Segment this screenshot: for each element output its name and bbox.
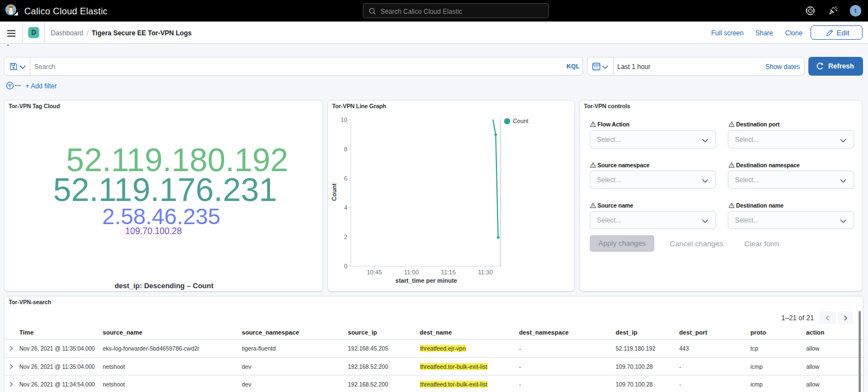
svg-text:10: 10	[341, 116, 347, 123]
svg-text:4: 4	[344, 204, 347, 211]
svg-text:2: 2	[344, 234, 347, 240]
svg-text:Count: Count	[331, 183, 337, 201]
svg-text:start_time per minute: start_time per minute	[395, 277, 457, 284]
svg-text:11:30: 11:30	[478, 269, 493, 276]
svg-text:0: 0	[344, 263, 347, 269]
svg-text:10:45: 10:45	[367, 269, 382, 276]
svg-text:6: 6	[344, 175, 347, 182]
svg-text:Count: Count	[513, 118, 528, 124]
svg-text:11:15: 11:15	[441, 269, 456, 276]
svg-text:11:00: 11:00	[404, 269, 419, 276]
svg-text:8: 8	[344, 146, 347, 152]
